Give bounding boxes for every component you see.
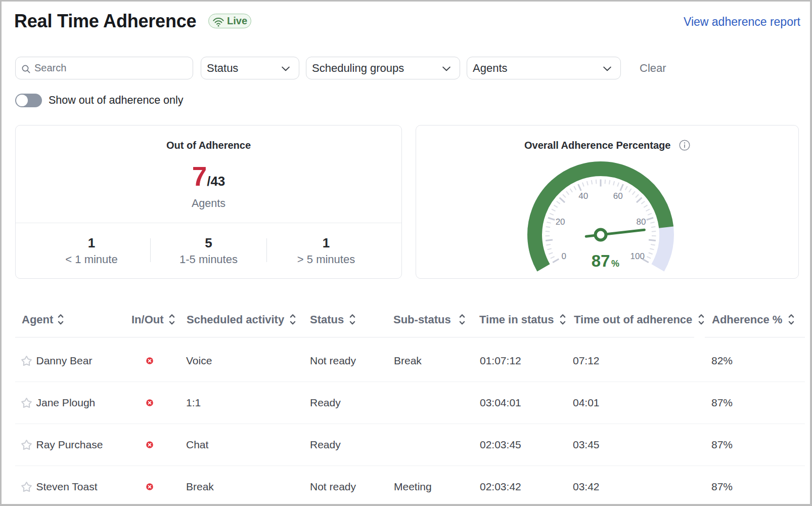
svg-text:0: 0 — [562, 251, 566, 261]
svg-text:100: 100 — [630, 251, 645, 261]
svg-text:80: 80 — [636, 217, 646, 227]
svg-text:60: 60 — [613, 191, 623, 201]
svg-text:20: 20 — [556, 217, 565, 227]
svg-text:40: 40 — [578, 191, 588, 201]
svg-text:%: % — [611, 259, 619, 269]
svg-text:87: 87 — [592, 251, 610, 270]
